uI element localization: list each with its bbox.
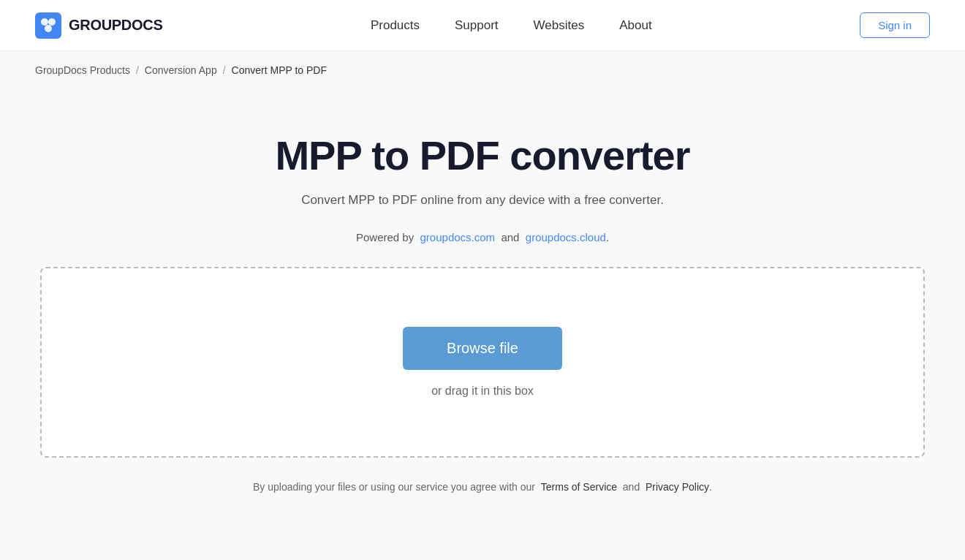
svg-point-1 [41,18,48,26]
powered-by: Powered by groupdocs.com and groupdocs.c… [356,231,609,243]
groupdocs-com-link[interactable]: groupdocs.com [420,231,496,243]
header: GROUPDOCS Products Support Websites Abou… [0,0,965,51]
page-title: MPP to PDF converter [275,133,689,178]
browse-file-button[interactable]: Browse file [403,327,562,370]
footer-note: By uploading your files or using our ser… [253,481,712,493]
drag-text: or drag it in this box [431,385,534,398]
powered-by-suffix: . [606,231,609,243]
logo-text: GROUPDOCS [69,17,162,34]
breadcrumb-current: Convert MPP to PDF [232,64,327,76]
footer-note-and: and [623,481,640,493]
nav-about[interactable]: About [619,18,651,33]
nav-products[interactable]: Products [371,18,420,33]
privacy-policy-link[interactable]: Privacy Policy [646,481,709,493]
main-content: MPP to PDF converter Convert MPP to PDF … [0,89,965,522]
nav-websites[interactable]: Websites [534,18,585,33]
groupdocs-cloud-link[interactable]: groupdocs.cloud [526,231,606,243]
subtitle: Convert MPP to PDF online from any devic… [301,193,664,208]
breadcrumb-groupdocs-products[interactable]: GroupDocs Products [35,64,130,76]
groupdocs-logo-icon [35,12,61,39]
upload-box[interactable]: Browse file or drag it in this box [40,267,925,458]
powered-by-and: and [501,231,519,243]
footer-note-prefix: By uploading your files or using our ser… [253,481,535,493]
breadcrumb-sep-1: / [136,64,139,76]
powered-by-prefix: Powered by [356,231,414,243]
svg-point-3 [45,25,52,32]
logo-link[interactable]: GROUPDOCS [35,12,162,39]
breadcrumb: GroupDocs Products / Conversion App / Co… [0,51,965,89]
main-nav: Products Support Websites About [371,18,652,33]
svg-point-2 [48,18,56,26]
breadcrumb-conversion-app[interactable]: Conversion App [145,64,217,76]
breadcrumb-sep-2: / [223,64,226,76]
nav-support[interactable]: Support [455,18,499,33]
sign-in-button[interactable]: Sign in [860,12,930,38]
footer-note-suffix: . [709,481,712,493]
terms-of-service-link[interactable]: Terms of Service [541,481,617,493]
